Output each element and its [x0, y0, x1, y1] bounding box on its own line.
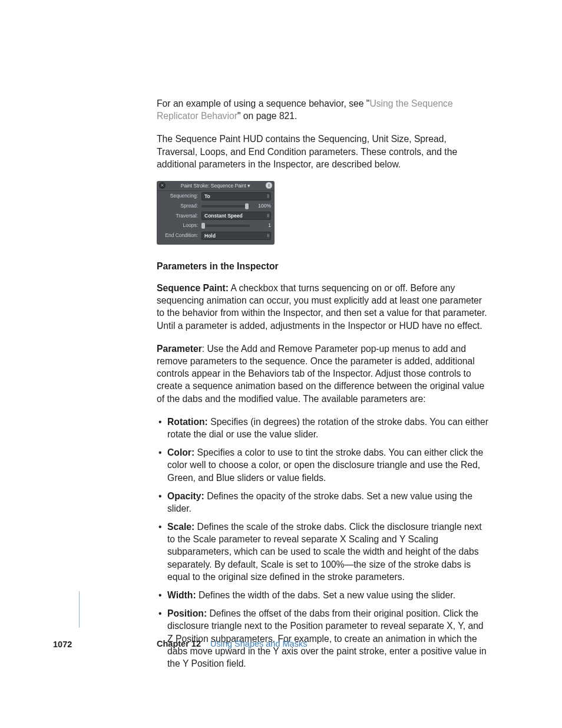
- footer-rule: [79, 591, 80, 628]
- text: " on page 821.: [237, 111, 297, 121]
- hud-row-spread: Spread: 100%: [157, 202, 275, 210]
- intro-para-1: For an example of using a sequence behav…: [157, 97, 490, 122]
- hud-slider-spread[interactable]: [201, 205, 250, 207]
- hud-label: Sequencing:: [160, 193, 201, 199]
- bold-label: Width:: [167, 590, 196, 600]
- bold-label: Sequence Paint:: [157, 283, 229, 293]
- hud-title-bar: ✕ Paint Stroke: Sequence Paint ▾ i: [157, 181, 275, 191]
- hud-loops-readout: 1: [250, 222, 271, 229]
- text: Specifies a color to use to tint the str…: [167, 447, 483, 482]
- list-item: Rotation: Specifies (in degrees) the rot…: [157, 416, 490, 440]
- list-item: Opacity: Defines the opacity of the stro…: [157, 490, 490, 515]
- parameter-list: Rotation: Specifies (in degrees) the rot…: [157, 416, 490, 670]
- section-title: Parameters in the Inspector: [157, 260, 490, 272]
- bold-label: Scale:: [167, 522, 194, 532]
- hud-spread-readout: 100%: [250, 203, 271, 209]
- page-content: For an example of using a sequence behav…: [157, 97, 490, 676]
- hud-label: Traversal:: [160, 213, 201, 219]
- text: Defines the width of the dabs. Set a new…: [199, 590, 455, 600]
- bold-label: Opacity:: [167, 491, 204, 501]
- text: Defines the scale of the stroke dabs. Cl…: [167, 522, 482, 582]
- hud-slider-loops[interactable]: [201, 225, 250, 227]
- close-icon[interactable]: ✕: [159, 182, 166, 189]
- hud-label: End Condition:: [160, 232, 201, 239]
- hud-popup-end-condition[interactable]: Hold: [201, 232, 271, 240]
- chapter-info: Chapter 12 Using Shapes and Masks: [157, 639, 307, 648]
- parameter-para: Parameter: Use the Add and Remove Parame…: [157, 342, 490, 405]
- hud-label: Spread:: [160, 203, 201, 209]
- hud-row-loops: Loops: 1: [157, 221, 275, 230]
- text: : Use the Add and Remove Parameter pop-u…: [157, 344, 484, 404]
- text: For an example of using a sequence behav…: [157, 98, 369, 108]
- bold-label: Parameter: [157, 344, 202, 354]
- info-icon[interactable]: i: [266, 182, 272, 189]
- bold-label: Position:: [167, 608, 207, 618]
- chapter-title[interactable]: Using Shapes and Masks: [203, 639, 307, 648]
- hud-row-sequencing: Sequencing: To: [157, 191, 275, 202]
- hud-popup-sequencing[interactable]: To: [201, 192, 271, 200]
- list-item: Width: Defines the width of the dabs. Se…: [157, 589, 490, 601]
- bold-label: Rotation:: [167, 417, 208, 427]
- intro-para-2: The Sequence Paint HUD contains the Sequ…: [157, 133, 490, 170]
- hud-row-traversal: Traversal: Constant Speed: [157, 210, 275, 221]
- text: Specifies (in degrees) the rotation of t…: [167, 417, 488, 439]
- hud-label: Loops:: [160, 222, 201, 229]
- list-item: Color: Specifies a color to use to tint …: [157, 446, 490, 484]
- sequence-paint-para: Sequence Paint: A checkbox that turns se…: [157, 282, 490, 332]
- hud-popup-traversal[interactable]: Constant Speed: [201, 212, 271, 220]
- hud-panel: ✕ Paint Stroke: Sequence Paint ▾ i Seque…: [157, 181, 275, 245]
- page-footer: 1072 Chapter 12 Using Shapes and Masks: [53, 639, 489, 665]
- chapter-number: Chapter 12: [157, 639, 201, 648]
- hud-row-end-condition: End Condition: Hold: [157, 230, 275, 241]
- list-item: Scale: Defines the scale of the stroke d…: [157, 521, 490, 583]
- hud-title-text: Paint Stroke: Sequence Paint ▾: [181, 183, 250, 189]
- text: Defines the opacity of the stroke dabs. …: [167, 491, 472, 513]
- bold-label: Color:: [167, 447, 194, 457]
- page-number: 1072: [53, 640, 72, 649]
